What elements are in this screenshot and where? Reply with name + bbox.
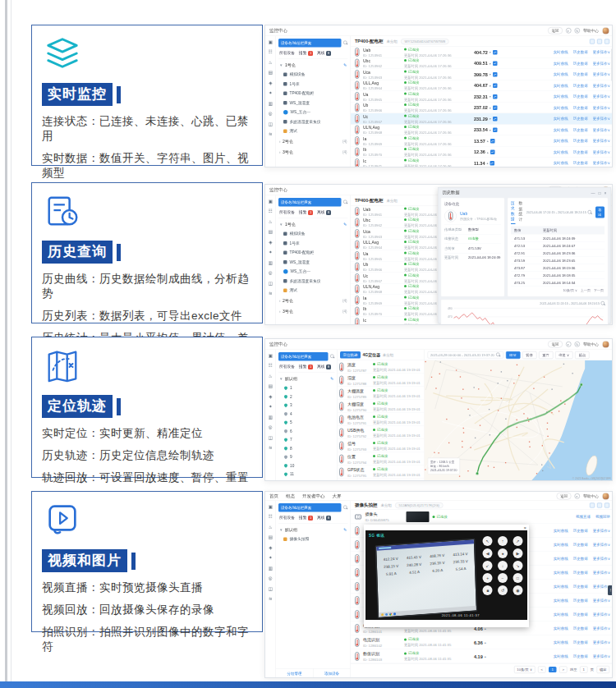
device-row[interactable]: 电流识别ID: 1286102 已连接更新时间 2021-08-06 11:41… [351, 635, 613, 649]
tree-group-collapsed[interactable]: ›2号仓(4) [278, 296, 348, 306]
action-link[interactable]: 实时曲线 [554, 584, 568, 589]
action-link[interactable]: 实时曲线 [554, 598, 568, 603]
action-link[interactable]: 实时曲线 [554, 612, 568, 617]
rail-icon[interactable]: ✦ [267, 403, 274, 411]
tree-tab[interactable]: 离线8 [317, 516, 331, 521]
tree-tab[interactable]: 报警1 [299, 210, 313, 216]
device-row[interactable]: ULN,AvgID: 1253968 已连接更新时间 2021-04-06 17… [351, 125, 613, 136]
action-link[interactable]: 视频直播 [576, 514, 591, 520]
tree-group-collapsed[interactable]: ›3号仓(4) [278, 147, 348, 158]
action-link[interactable]: 历史数据 [573, 626, 588, 631]
list-tools[interactable] [590, 502, 609, 507]
tree-tab[interactable]: 报警1 [299, 516, 313, 521]
nav-menu-item[interactable]: 首页 [269, 493, 278, 500]
back-button[interactable]: 返回 [548, 27, 563, 34]
tree-item[interactable]: 模拟设备 [278, 70, 348, 80]
rail-icon[interactable]: ♨ [267, 372, 274, 379]
rail-icon[interactable]: ▥ [267, 413, 274, 420]
action-link[interactable]: 实时曲线 [554, 654, 568, 659]
export-button[interactable]: 导出 [595, 207, 605, 218]
rail-icon[interactable]: ▤ [267, 383, 274, 390]
action-link[interactable]: 历史数据 [573, 640, 588, 645]
maximize-icon[interactable]: □ [599, 190, 601, 195]
action-link[interactable]: 实时曲线 [554, 556, 568, 562]
action-link[interactable]: 实时曲线 [554, 71, 568, 77]
map-canvas[interactable]: 里程：1268.5 公里 时速：86 km/h 2021-03-31 19:37… [425, 360, 614, 481]
map-button[interactable]: 回放 [506, 351, 521, 359]
rail-icon[interactable]: ◎ [267, 575, 274, 582]
rail-icon[interactable]: ◫ [267, 120, 274, 127]
action-link[interactable]: 实时曲线 [554, 116, 568, 122]
ptz-button[interactable]: ● [498, 548, 508, 558]
edit-icon[interactable]: ✎ [330, 376, 333, 381]
action-link[interactable]: 历史数据 [573, 116, 588, 122]
tree-item[interactable]: 1号库 [278, 239, 348, 249]
rail-icon[interactable]: ☷ [267, 48, 274, 56]
trend-icon[interactable] [493, 50, 498, 55]
rail-icon[interactable]: ☷ [267, 208, 274, 215]
tree-item[interactable]: 多路温湿度采集仪 [278, 117, 348, 127]
theme-icon[interactable]: ◐ [566, 342, 572, 347]
tree-item[interactable]: 测试 [278, 126, 348, 136]
tree-item[interactable]: 5 [278, 418, 335, 427]
edit-icon[interactable]: ✎ [343, 62, 347, 67]
tree-item[interactable]: 1 [278, 383, 335, 392]
trend-icon[interactable] [493, 127, 498, 132]
rail-icon[interactable]: ≋ [267, 595, 274, 603]
device-row[interactable]: ULL,AvgID: 1253964 已连接更新时间 2021-04-06 17… [351, 80, 613, 92]
action-link[interactable]: 更多操作∨ [593, 83, 610, 89]
tree-item[interactable]: 10 [278, 461, 335, 470]
rail-icon[interactable]: ◈ [267, 392, 274, 400]
edit-icon[interactable]: ✎ [343, 222, 347, 227]
ptz-button[interactable]: ↑ [498, 536, 508, 546]
action-link[interactable]: 历史数据 [573, 71, 588, 77]
rail-icon[interactable]: ◈ [267, 79, 274, 86]
refresh-icon[interactable]: ↻ [575, 342, 581, 347]
tree-group[interactable]: ▼默认组✎ [278, 373, 335, 383]
action-link[interactable]: 历史数据 [573, 83, 588, 89]
action-link[interactable]: 历史数据 [573, 61, 588, 67]
trend-icon[interactable] [490, 149, 495, 154]
trend-icon[interactable] [493, 105, 498, 110]
action-link[interactable]: 实时曲线 [554, 640, 568, 645]
page-size[interactable]: 10条/页 ∨ [563, 288, 577, 293]
nav-menu-item[interactable]: 大屏 [333, 493, 342, 500]
ptz-button[interactable]: ↙ [483, 561, 493, 571]
help-link[interactable]: 帮助中心 [583, 342, 599, 347]
rail-icon[interactable]: ♨ [267, 218, 274, 225]
device-name[interactable]: Uab [460, 211, 497, 216]
rail-icon[interactable]: ✦ [267, 554, 274, 562]
ptz-button[interactable]: ▶ [513, 548, 522, 558]
tree-item[interactable]: 多路温湿度采集仪 [278, 277, 348, 287]
rail-icon[interactable]: ▣ [267, 502, 274, 510]
help-link[interactable]: 帮助中心 [583, 493, 599, 499]
ptz-button[interactable]: ◉ [513, 585, 522, 595]
rail-icon[interactable]: ≋ [267, 131, 274, 138]
device-row[interactable]: 大棚温度ID: 1275789 已连接更新时间 2021-04-06 19:19… [338, 387, 424, 400]
search-icon[interactable] [343, 41, 348, 46]
action-link[interactable]: 历史数据 [573, 570, 588, 576]
tree-tab[interactable]: 离线8 [317, 365, 331, 370]
ptz-button[interactable]: □ [513, 573, 522, 583]
current-page[interactable]: 1 [549, 667, 556, 672]
ptz-button[interactable]: ↘ [513, 561, 522, 571]
tree-tab[interactable]: 所有设备 [279, 51, 295, 57]
back-button[interactable]: 返回 [548, 341, 563, 348]
action-link[interactable]: 历史数据 [573, 127, 588, 133]
search-icon[interactable] [496, 353, 501, 358]
device-row[interactable]: UbID: 1253966 已连接更新时间 2021-04-06 17:26:3… [351, 103, 613, 114]
device-row[interactable]: UcID: 1253967 已连接更新时间 2021-04-06 17:26:3… [351, 113, 613, 125]
tree-item[interactable]: 3 [278, 401, 335, 410]
tree-item[interactable]: 摄像头拍照 [278, 534, 348, 544]
search-icon[interactable] [587, 210, 592, 215]
jump-page-input[interactable]: 1 [580, 666, 587, 672]
trend-icon[interactable] [493, 94, 498, 99]
tree-tab[interactable]: 所有设备 [279, 365, 295, 370]
device-row[interactable]: 温度ID: 1275787 已连接更新时间 2021-04-06 19:19:0… [338, 360, 424, 374]
tab-history-data[interactable]: 历史数据 [511, 200, 515, 224]
ptz-button[interactable]: ↺ [498, 585, 508, 595]
map-button[interactable]: 重置 [539, 351, 554, 359]
rail-icon[interactable]: ✦ [267, 249, 274, 256]
tree-item[interactable]: TP400-配电柜 [278, 89, 348, 99]
rail-icon[interactable]: ◫ [267, 585, 274, 592]
